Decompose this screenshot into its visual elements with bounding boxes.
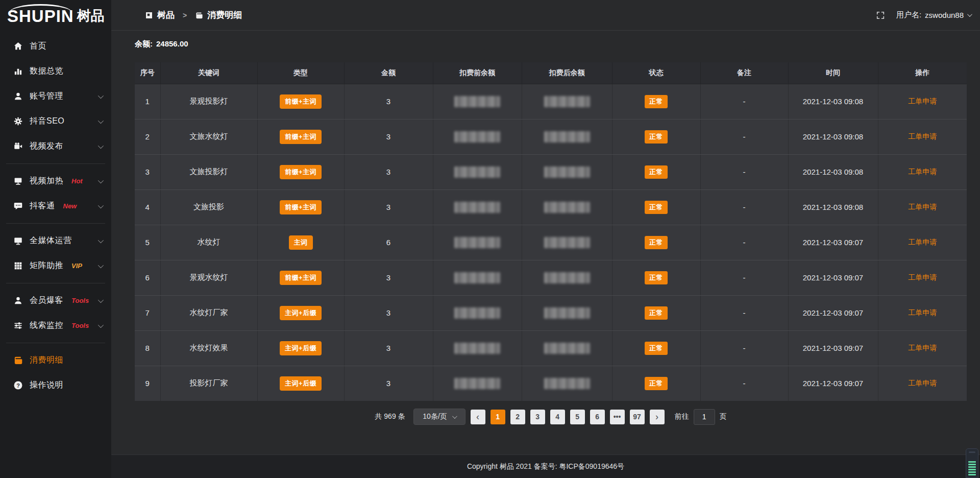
masked-balance-before [454,307,500,319]
cell-keyword: 文旅投影 [160,189,257,225]
sidebar-item-label: 抖音SEO [30,116,64,127]
status-badge: 正常 [645,201,668,214]
page-button-3[interactable]: 3 [530,410,545,424]
floating-widget[interactable] [966,448,978,478]
work-order-link[interactable]: 工单申请 [908,132,937,140]
sidebar-item-video-publish[interactable]: 视频发布 [0,134,111,159]
cell-type: 主词+后缀 [257,330,344,366]
sidebar-item-douketong[interactable]: 抖客通 New [0,194,111,219]
table-header-row: 序号关键词类型金额扣费前余额扣费后余额状态备注时间操作 [135,62,967,84]
masked-balance-after [544,378,590,389]
work-order-link[interactable]: 工单申请 [908,308,937,317]
sidebar-item-home[interactable]: 首页 [0,34,111,59]
cell-time: 2021-12-03 09:08 [788,119,878,154]
cell-amount: 3 [344,119,433,154]
logo-cjk-text: 树品 [77,9,105,23]
page-size-select[interactable]: 10条/页 [413,409,465,425]
masked-balance-after [544,272,590,283]
cell-action: 工单申请 [878,225,967,260]
sidebar-item-tag: VIP [71,262,82,270]
work-order-link[interactable]: 工单申请 [908,238,937,246]
sidebar-item-omni-media[interactable]: 全媒体运营 [0,228,111,253]
masked-balance-after [544,96,590,107]
page-button-6[interactable]: 6 [590,410,605,424]
chevron-down-icon [98,322,104,327]
sidebar-item-label: 全媒体运营 [30,235,72,246]
table-row: 3 文旅投影灯 前缀+主词 3 正常 - 2021-12-03 09:08 工单… [135,154,967,189]
page-button-1[interactable]: 1 [491,410,505,424]
logo-latin-text: SHUPIN [7,8,74,25]
bar-chart-icon [13,66,23,76]
cell-remark: - [700,295,788,330]
page-button-5[interactable]: 5 [570,410,585,424]
cell-time: 2021-12-03 09:07 [788,330,878,366]
cell-time: 2021-12-03 09:07 [788,225,878,260]
wallet-icon [195,11,203,19]
work-order-link[interactable]: 工单申请 [908,379,937,387]
goto-page-input[interactable] [694,409,715,425]
user-icon [13,91,23,101]
sidebar-nav: 首页 数据总览 账号管理 抖音SEO 视频发布 视频加热 Hot 抖客通 New [0,32,111,398]
cell-action: 工单申请 [878,119,967,154]
goto-group: 前往 页 [675,409,727,425]
breadcrumb-root[interactable]: 树品 [157,9,175,21]
cell-amount: 3 [344,189,433,225]
sidebar-item-data-overview[interactable]: 数据总览 [0,59,111,84]
next-page-button[interactable]: › [650,410,665,424]
page-ellipsis-button[interactable]: ••• [610,410,625,424]
cell-index: 8 [135,330,160,366]
work-order-link[interactable]: 工单申请 [908,273,937,281]
table-row: 7 水纹灯厂家 主词+后缀 3 正常 - 2021-12-03 09:07 工单… [135,295,967,330]
sidebar-item-clue-monitor[interactable]: 线索监控 Tools [0,313,111,338]
work-order-link[interactable]: 工单申请 [908,203,937,211]
type-badge: 前缀+主词 [280,271,322,285]
breadcrumb: 树品 > 消费明细 [145,9,242,21]
cell-remark: - [700,119,788,154]
sidebar-item-account-manage[interactable]: 账号管理 [0,84,111,109]
cell-status: 正常 [612,225,700,260]
work-order-link[interactable]: 工单申请 [908,168,937,176]
table-row: 9 投影灯厂家 主词+后缀 3 正常 - 2021-12-03 09:07 工单… [135,366,967,401]
status-badge: 正常 [645,130,668,144]
prev-page-button[interactable]: ‹ [471,410,485,424]
column-header-3: 金额 [344,62,433,84]
work-order-link[interactable]: 工单申请 [908,344,937,352]
sidebar-item-label: 视频加热 [30,176,63,186]
cell-index: 3 [135,154,160,189]
content: 余额: 24856.00 序号关键词类型金额扣费前余额扣费后余额状态备注时间操作… [111,39,980,425]
sidebar-item-douyin-seo[interactable]: 抖音SEO [0,109,111,134]
tv-icon [13,176,23,186]
type-badge: 主词+后缀 [280,376,322,391]
cell-index: 4 [135,189,160,225]
cell-status: 正常 [612,260,700,295]
footer: Copyright 树品 2021 备案号: 粤ICP备09019646号 [111,455,980,478]
masked-balance-after [544,237,590,248]
balance: 余额: 24856.00 [135,39,967,49]
cell-index: 9 [135,366,160,401]
fullscreen-icon[interactable] [876,11,885,20]
sidebar-item-help[interactable]: ? 操作说明 [0,373,111,398]
page-size-value: 10条/页 [423,412,447,421]
cell-balance-before [433,295,522,330]
user-menu[interactable]: 用户名: zswodun88 [896,10,971,20]
page-button-97[interactable]: 97 [630,410,645,424]
page-button-2[interactable]: 2 [510,410,525,424]
sidebar-item-video-heat[interactable]: 视频加热 Hot [0,169,111,194]
cell-keyword: 景观投影灯 [160,84,257,119]
cell-amount: 3 [344,295,433,330]
sidebar-divider [6,163,105,164]
cell-time: 2021-12-03 09:08 [788,154,878,189]
page-button-4[interactable]: 4 [550,410,565,424]
sidebar-item-label: 矩阵助推 [30,260,63,271]
type-badge: 主词+后缀 [280,306,322,320]
cell-status: 正常 [612,295,700,330]
sidebar-item-member-burst[interactable]: 会员爆客 Tools [0,288,111,313]
cell-balance-after [522,225,612,260]
cell-remark: - [700,330,788,366]
work-order-link[interactable]: 工单申请 [908,97,937,105]
sidebar-item-matrix-boost[interactable]: 矩阵助推 VIP [0,253,111,278]
sidebar-item-consume-detail[interactable]: 消费明细 [0,348,111,373]
masked-balance-after [544,202,590,213]
copyright-text: Copyright 树品 2021 备案号: 粤ICP备09019646号 [467,462,624,471]
type-badge: 前缀+主词 [280,94,322,109]
